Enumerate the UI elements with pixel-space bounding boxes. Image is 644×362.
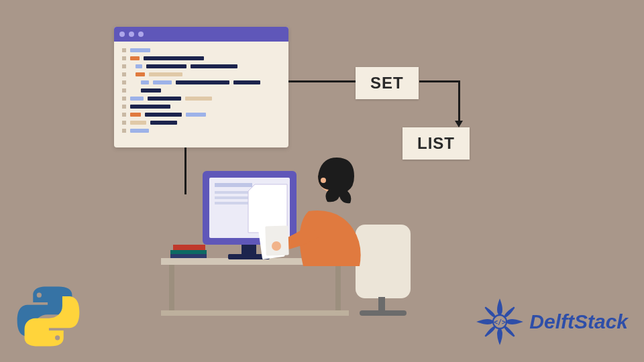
- svg-text:</>: </>: [494, 318, 506, 326]
- svg-rect-9: [241, 245, 256, 254]
- traffic-light-icon: [138, 32, 144, 37]
- delftstack-brand: </> DelftStack: [476, 298, 628, 346]
- svg-rect-11: [215, 183, 252, 187]
- delftstack-mandala-icon: </>: [476, 298, 524, 346]
- svg-marker-15: [248, 184, 287, 233]
- svg-rect-6: [170, 254, 207, 258]
- code-editor-window: [114, 27, 288, 147]
- illustration-scene: [154, 144, 436, 318]
- svg-rect-4: [170, 250, 207, 254]
- label-set-text: SET: [370, 74, 404, 92]
- svg-rect-17: [378, 297, 385, 312]
- window-titlebar: [114, 27, 288, 42]
- traffic-light-icon: [119, 32, 125, 37]
- traffic-light-icon: [129, 32, 134, 37]
- arrow-down-icon: [455, 121, 463, 127]
- svg-rect-18: [360, 310, 407, 316]
- svg-point-24: [321, 178, 326, 183]
- svg-rect-3: [161, 310, 349, 316]
- connector-line: [419, 80, 460, 82]
- label-set: SET: [356, 67, 419, 99]
- svg-rect-16: [356, 225, 411, 298]
- svg-rect-1: [169, 265, 174, 312]
- connector-line: [458, 80, 460, 122]
- code-body: [114, 42, 288, 143]
- connector-line: [288, 80, 356, 82]
- svg-rect-20: [265, 225, 289, 255]
- delftstack-wordmark: DelftStack: [529, 310, 628, 333]
- python-logo-icon: [15, 283, 82, 350]
- svg-rect-2: [335, 265, 341, 312]
- svg-rect-5: [173, 245, 205, 250]
- svg-point-21: [272, 241, 281, 251]
